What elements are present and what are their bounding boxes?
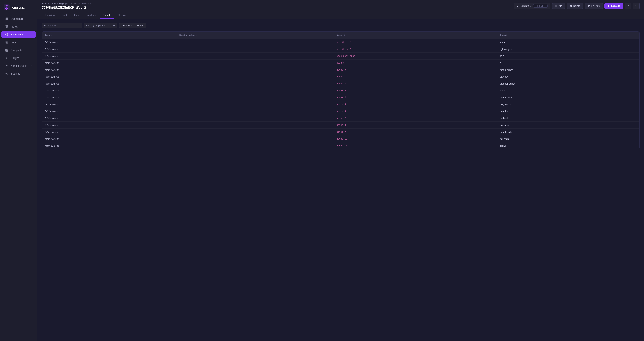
search-icon: [516, 5, 519, 7]
cell-output: tail-whip: [497, 135, 639, 142]
cell-name: height: [334, 60, 497, 66]
display-output-dropdown[interactable]: Display output for a s...: [84, 23, 118, 28]
cell-name: moves.3: [334, 87, 497, 94]
api-icon: [555, 5, 557, 7]
execute-icon: [607, 5, 610, 7]
table-row: fetch-pikachumoves.9double-edge: [42, 129, 639, 135]
svg-rect-8: [7, 26, 8, 26]
col-name: Name ⇅: [334, 32, 497, 39]
cell-iteration: [176, 80, 334, 87]
cell-name: moves.6: [334, 108, 497, 115]
tab-gantt[interactable]: Gantt: [58, 12, 70, 19]
sidebar-item-blueprints[interactable]: Blueprints: [2, 47, 36, 54]
breadcrumb-executions: Executions: [82, 2, 93, 5]
table-row: fetch-pikachumoves.5mega-kick: [42, 101, 639, 108]
api-button[interactable]: API: [552, 3, 565, 9]
cell-task: fetch-pikachu: [42, 122, 176, 129]
name-code-value: baseExperience: [336, 55, 355, 58]
cell-name: moves.2: [334, 80, 497, 87]
tab-metrics[interactable]: Metrics: [115, 12, 128, 19]
notifications-button[interactable]: [633, 3, 640, 9]
svg-point-31: [6, 73, 8, 74]
page-title: 77PMh6SRXNXNeUCPr8ltr3: [42, 6, 93, 10]
breadcrumb-namespace[interactable]: io.kestra.plugin.pokemonFetch: [50, 2, 80, 5]
cell-output: mega-punch: [497, 66, 639, 73]
svg-rect-4: [7, 18, 8, 19]
table-row: fetch-pikachuheight4: [42, 60, 639, 66]
table-row: fetch-pikachumoves.8take-down: [42, 122, 639, 129]
tab-overview[interactable]: Overview: [42, 12, 58, 19]
search-input[interactable]: [48, 24, 80, 27]
execute-button[interactable]: Execute: [604, 3, 623, 9]
table-row: fetch-pikachumoves.11growl: [42, 142, 639, 149]
header-actions: Jump to... Ctrl/Cmd + K API: [514, 3, 640, 9]
breadcrumb-flows[interactable]: Flows: [42, 2, 48, 5]
cell-output: 4: [497, 60, 639, 66]
cell-iteration: [176, 135, 334, 142]
delete-button[interactable]: Delete: [567, 3, 583, 9]
name-code-value: moves.8: [336, 124, 346, 127]
cell-task: fetch-pikachu: [42, 108, 176, 115]
sidebar-item-flows-label: Flows: [11, 25, 18, 28]
tab-topology[interactable]: Topology: [83, 12, 99, 19]
cell-task: fetch-pikachu: [42, 135, 176, 142]
render-expression-button[interactable]: Render expression: [119, 23, 146, 28]
content-area: Display output for a s... Render express…: [37, 19, 644, 341]
toolbar: Display output for a s... Render express…: [42, 23, 640, 28]
cell-output: double-kick: [497, 94, 639, 101]
name-code-value: abilities.1: [336, 48, 351, 51]
cell-name: moves.5: [334, 101, 497, 108]
cell-task: fetch-pikachu: [42, 60, 176, 66]
svg-rect-9: [6, 27, 7, 28]
cell-name: moves.11: [334, 142, 497, 149]
cell-task: fetch-pikachu: [42, 66, 176, 73]
svg-marker-41: [608, 5, 610, 7]
sidebar-item-settings[interactable]: Settings: [2, 70, 36, 77]
search-box[interactable]: [42, 23, 82, 28]
name-sort[interactable]: ⇅: [344, 34, 345, 36]
cell-iteration: [176, 73, 334, 80]
cell-task: fetch-pikachu: [42, 39, 176, 46]
iteration-sort[interactable]: ⇅: [196, 34, 197, 36]
sidebar-item-dashboard-label: Dashboard: [11, 17, 24, 20]
sidebar-item-administration[interactable]: Administration ›: [2, 62, 36, 69]
trash-icon: [570, 5, 572, 7]
cell-name: abilities.0: [334, 39, 497, 46]
sidebar-item-dashboard[interactable]: Dashboard: [2, 15, 36, 22]
cell-output: double-edge: [497, 129, 639, 135]
cell-task: fetch-pikachu: [42, 73, 176, 80]
edit-icon: [587, 5, 590, 7]
cell-output: mega-kick: [497, 101, 639, 108]
svg-rect-7: [6, 26, 6, 26]
help-button[interactable]: ?: [624, 3, 631, 9]
tab-outputs[interactable]: Outputs: [100, 12, 114, 19]
tabs: Overview Gantt Logs Topology Outputs Met…: [42, 12, 640, 19]
sidebar-item-logs[interactable]: Logs: [2, 39, 36, 46]
tab-logs[interactable]: Logs: [71, 12, 82, 19]
cell-output: thunder-punch: [497, 80, 639, 87]
sidebar-item-logs-label: Logs: [11, 41, 16, 44]
chevron-down-icon: [113, 25, 115, 27]
sidebar-item-flows[interactable]: Flows: [2, 23, 36, 30]
table-header-row: Task ⇅ Iteration value ⇅ Name ⇅ Output: [42, 32, 639, 39]
execute-label: Execute: [611, 5, 620, 7]
cell-iteration: [176, 53, 334, 60]
sidebar-item-plugins[interactable]: Plugins: [2, 55, 36, 62]
sidebar-item-executions[interactable]: Executions: [2, 31, 36, 38]
cell-iteration: [176, 142, 334, 149]
name-code-value: moves.7: [336, 117, 346, 120]
cell-iteration: [176, 66, 334, 73]
cell-iteration: [176, 46, 334, 53]
task-sort[interactable]: ⇅: [51, 34, 52, 36]
table-row: fetch-pikachumoves.6headbutt: [42, 108, 639, 115]
cell-output: headbutt: [497, 108, 639, 115]
name-code-value: moves.3: [336, 89, 346, 92]
svg-rect-21: [6, 49, 8, 52]
plugins-icon: [5, 56, 8, 60]
table-row: fetch-pikachumoves.0mega-punch: [42, 66, 639, 73]
name-code-value: moves.6: [336, 110, 346, 113]
jump-to-button[interactable]: Jump to... Ctrl/Cmd + K: [514, 3, 550, 9]
name-code-value: moves.5: [336, 103, 346, 106]
header: Flows / io.kestra.plugin.pokemonFetch / …: [37, 0, 644, 19]
edit-flow-button[interactable]: Edit flow: [584, 3, 603, 9]
